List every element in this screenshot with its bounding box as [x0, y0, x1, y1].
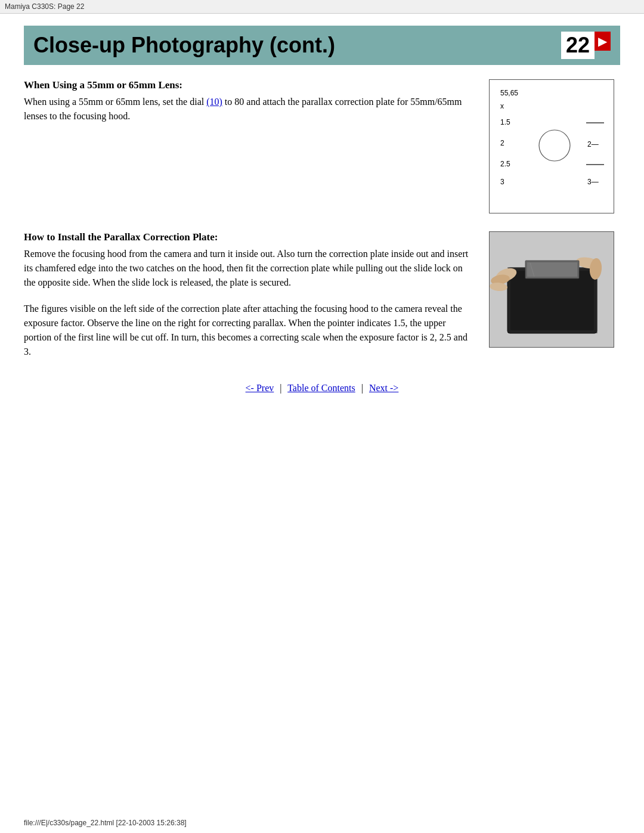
section1-text-before: When using a 55mm or 65mm lens, set the …	[24, 97, 206, 107]
page-number-box: 22 ▶	[561, 32, 611, 59]
section2-paragraph2: The figures visible on the left side of …	[24, 302, 475, 359]
section2-paragraph1: Remove the focusing hood from the camera…	[24, 247, 475, 290]
photo-box	[489, 231, 614, 348]
diagram-svg: 55,65 x 1.5 2 2.5 3 2— 3—	[498, 86, 611, 205]
next-page-arrow[interactable]: ▶	[595, 32, 611, 51]
svg-text:2: 2	[500, 139, 504, 147]
svg-text:2.5: 2.5	[500, 160, 510, 168]
navigation: <- Prev | Table of Contents | Next ->	[24, 383, 620, 394]
page-header: Close-up Photography (cont.) 22 ▶	[24, 26, 620, 65]
svg-rect-12	[510, 271, 594, 330]
svg-text:55,65: 55,65	[500, 89, 518, 97]
svg-text:x: x	[500, 102, 504, 110]
content-bottom-inner: How to Install the Parallax Correction P…	[24, 231, 620, 359]
separator2: |	[361, 383, 363, 393]
dial-reference-link[interactable]: (10)	[206, 97, 222, 107]
content-bottom: How to Install the Parallax Correction P…	[24, 231, 620, 359]
section2-heading: How to Install the Parallax Correction P…	[24, 231, 475, 243]
photo-area	[489, 231, 620, 359]
svg-point-17	[490, 282, 508, 292]
page-title: Close-up Photography (cont.)	[33, 33, 335, 58]
svg-rect-21	[527, 262, 577, 277]
next-link[interactable]: Next ->	[369, 383, 398, 393]
section1-body: When using a 55mm or 65mm lens, set the …	[24, 95, 475, 123]
diagram-area: 55,65 x 1.5 2 2.5 3 2— 3—	[489, 79, 620, 213]
svg-text:1.5: 1.5	[500, 118, 510, 126]
page-footer: file:///E|/c330s/page_22.html [22-10-200…	[24, 819, 187, 827]
section2-text: How to Install the Parallax Correction P…	[24, 231, 475, 359]
svg-text:3—: 3—	[587, 178, 599, 186]
prev-link[interactable]: <- Prev	[246, 383, 274, 393]
content-top: When Using a 55mm or 65mm Lens: When usi…	[24, 79, 620, 213]
toc-link[interactable]: Table of Contents	[287, 383, 355, 393]
page-number: 22	[561, 32, 595, 59]
parallax-diagram: 55,65 x 1.5 2 2.5 3 2— 3—	[489, 79, 614, 213]
separator1: |	[280, 383, 281, 393]
section1-text: When Using a 55mm or 65mm Lens: When usi…	[24, 79, 475, 213]
browser-title: Mamiya C330S: Page 22	[0, 0, 644, 14]
svg-point-6	[539, 130, 570, 161]
svg-text:3: 3	[500, 178, 504, 186]
svg-text:2—: 2—	[587, 140, 599, 148]
section1-heading: When Using a 55mm or 65mm Lens:	[24, 79, 475, 91]
photo-svg	[490, 232, 614, 348]
